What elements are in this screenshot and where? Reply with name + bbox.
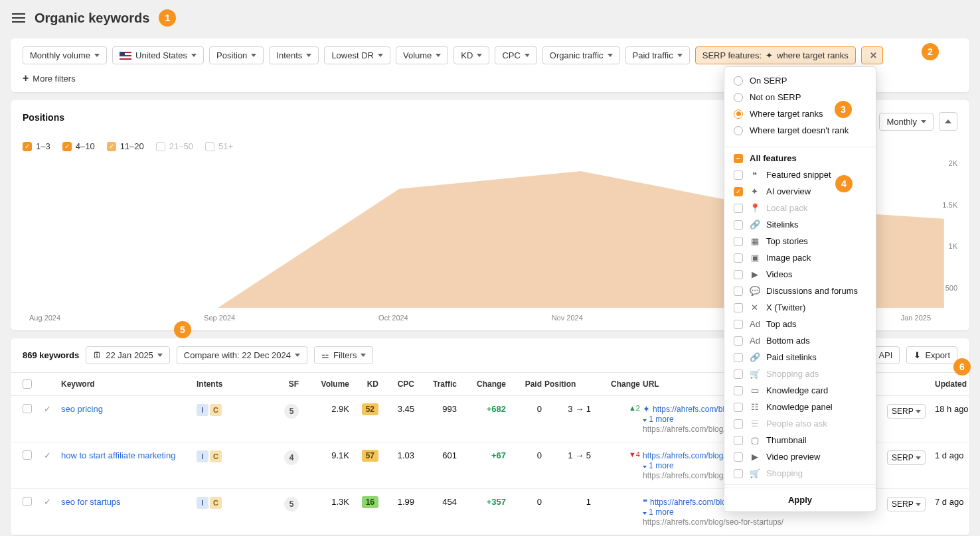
legend-item[interactable]: 11–20 — [107, 141, 144, 151]
serp-feature-option[interactable]: ✦AI overview — [724, 183, 876, 200]
compare-picker[interactable]: Compare with: 22 Dec 2024 — [177, 346, 307, 364]
chevron-down-icon — [361, 354, 366, 357]
column-header[interactable]: Position — [544, 379, 591, 389]
serp-feature-option[interactable]: AdTop ads — [724, 316, 876, 332]
y-tick-label: 2K — [949, 159, 957, 167]
collapse-button[interactable] — [939, 112, 957, 131]
date-picker[interactable]: 🗓 22 Jan 2025 — [86, 346, 170, 364]
feature-icon: ❝ — [750, 170, 760, 180]
date-label: 22 Jan 2025 — [106, 350, 153, 360]
paid-cell: 0 — [509, 450, 542, 460]
table-filters-label: Filters — [333, 350, 357, 360]
serp-button[interactable]: SERP — [887, 404, 926, 419]
chevron-down-icon — [525, 54, 530, 57]
select-all-checkbox[interactable] — [23, 379, 32, 389]
column-header[interactable]: Traffic — [417, 379, 457, 389]
url-more[interactable]: 1 more — [643, 415, 674, 424]
feature-label: People also ask — [766, 419, 827, 429]
filter-kd[interactable]: KD — [453, 46, 489, 64]
export-button[interactable]: ⬇ Export — [906, 346, 957, 364]
granularity-select[interactable]: Monthly — [879, 113, 934, 131]
filter-position[interactable]: Position — [209, 46, 264, 64]
filter-intents[interactable]: Intents — [269, 46, 319, 64]
filter-serp-features-active[interactable]: SERP features: ✦ where target ranks — [695, 46, 856, 64]
annotation-6: 6 — [953, 358, 971, 375]
legend-item[interactable]: 4–10 — [62, 141, 95, 151]
serp-feature-option[interactable]: ▶Video preview — [724, 448, 876, 465]
filter-lowest-dr[interactable]: Lowest DR — [324, 46, 390, 64]
serp-feature-option[interactable]: ▦Top stories — [724, 233, 876, 249]
legend-item[interactable]: 1–3 — [23, 141, 50, 151]
column-header[interactable]: Updated — [935, 379, 980, 389]
serp-feature-option[interactable]: ▢Thumbnail — [724, 432, 876, 448]
updated-cell: 1 d ago — [935, 450, 980, 460]
position-cell: 1 → 5 — [544, 450, 591, 460]
filter-organic-traffic[interactable]: Organic traffic — [542, 46, 620, 64]
updated-cell: 18 h ago — [935, 404, 980, 414]
feature-icon: Ad — [750, 336, 760, 346]
legend-item[interactable]: 51+ — [205, 141, 233, 151]
feature-icon: 📍 — [750, 203, 760, 213]
checkbox-icon — [734, 287, 743, 296]
feature-label: Knowledge panel — [766, 402, 833, 412]
serp-feature-option[interactable]: ▶Videos — [724, 266, 876, 283]
kd-badge: 57 — [362, 450, 378, 462]
url-more[interactable]: 1 more — [643, 461, 674, 470]
apply-button[interactable]: Apply — [724, 488, 876, 511]
filter-monthly-volume[interactable]: Monthly volume — [23, 46, 107, 64]
filter-label: Paid traffic — [633, 50, 673, 60]
column-header[interactable]: Paid — [509, 379, 542, 389]
paid-cell: 0 — [509, 497, 542, 507]
serp-feature-option[interactable]: ▣Image pack — [724, 249, 876, 266]
column-header[interactable]: Volume — [301, 379, 349, 389]
table-filters-button[interactable]: ⚍ Filters — [314, 346, 373, 364]
feature-label: Top stories — [766, 236, 808, 246]
volume-cell: 9.1K — [301, 450, 349, 460]
serp-feature-option[interactable]: AdBottom ads — [724, 332, 876, 349]
url-link[interactable]: https://ahrefs.com/blog/aff — [643, 451, 734, 460]
intent-badge: C — [210, 404, 222, 416]
serp-feature-option[interactable]: 💬Discussions and forums — [724, 283, 876, 299]
serp-feature-option[interactable]: ▭Knowledge card — [724, 382, 876, 399]
row-checkbox[interactable] — [23, 404, 32, 413]
column-header[interactable]: Keyword — [61, 379, 194, 389]
column-header[interactable]: CPC — [381, 379, 414, 389]
serp-feature-option[interactable]: 🔗Sitelinks — [724, 216, 876, 233]
serp-button[interactable]: SERP — [887, 497, 926, 511]
column-header[interactable]: SF — [272, 379, 299, 389]
serp-button[interactable]: SERP — [887, 450, 926, 465]
filter-label: Monthly volume — [30, 50, 90, 60]
keyword-link[interactable]: seo for startups — [61, 497, 121, 507]
radio-icon — [734, 126, 743, 135]
serp-scope-option[interactable]: Not on SERP — [724, 89, 876, 105]
clear-filter-button[interactable]: ✕ — [861, 46, 883, 64]
keyword-link[interactable]: seo pricing — [61, 404, 103, 414]
checkbox-icon — [734, 270, 743, 279]
check-icon: ✓ — [44, 404, 51, 414]
menu-icon[interactable] — [12, 13, 25, 23]
serp-feature-option[interactable]: ✕X (Twitter) — [724, 299, 876, 316]
serp-scope-option[interactable]: On SERP — [724, 72, 876, 89]
serp-feature-option[interactable]: ☷Knowledge panel — [724, 399, 876, 415]
filter-united-states[interactable]: United States — [112, 46, 204, 64]
serp-scope-option[interactable]: Where target doesn't rank — [724, 122, 876, 139]
column-header[interactable]: Change — [594, 379, 640, 389]
keyword-link[interactable]: how to start affiliate marketing — [61, 450, 175, 460]
filter-cpc[interactable]: CPC — [495, 46, 536, 64]
legend-item[interactable]: 21–50 — [156, 141, 193, 151]
serp-feature-option[interactable]: 🔗Paid sitelinks — [724, 349, 876, 366]
column-header[interactable]: Change — [459, 379, 506, 389]
column-header[interactable]: KD — [352, 379, 378, 389]
annotation-3: 3 — [835, 101, 852, 118]
row-checkbox[interactable] — [23, 497, 32, 506]
serp-feature-option[interactable]: ❝Featured snippet — [724, 167, 876, 183]
serp-scope-option[interactable]: Where target ranks — [724, 105, 876, 122]
filter-label: Intents — [276, 50, 302, 60]
column-header[interactable]: Intents — [197, 379, 270, 389]
url-more[interactable]: 1 more — [643, 507, 674, 517]
y-tick-label: 500 — [945, 284, 957, 292]
row-checkbox[interactable] — [23, 450, 32, 460]
filter-paid-traffic[interactable]: Paid traffic — [625, 46, 690, 64]
all-features-toggle[interactable]: All features — [724, 150, 876, 167]
filter-volume[interactable]: Volume — [396, 46, 448, 64]
